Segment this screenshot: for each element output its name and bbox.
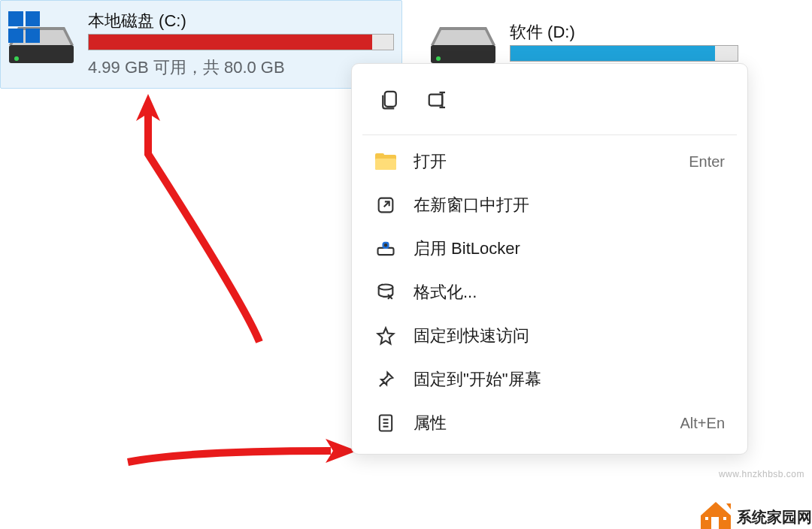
hdd-icon xyxy=(429,24,497,65)
menu-open[interactable]: 打开 Enter xyxy=(359,140,740,183)
menu-open-new-window[interactable]: 在新窗口中打开 xyxy=(359,183,740,227)
separator xyxy=(362,135,737,135)
properties-icon xyxy=(374,412,397,434)
drive-context-menu: 打开 Enter 在新窗口中打开 启用 BitLocker xyxy=(351,63,748,455)
svg-rect-26 xyxy=(711,517,719,529)
watermark-logo: 系统家园网 xyxy=(698,499,812,529)
svg-point-18 xyxy=(385,244,386,246)
drive-c-tile[interactable]: 本地磁盘 (C:) 4.99 GB 可用，共 80.0 GB xyxy=(0,0,402,89)
menu-pin-start[interactable]: 固定到"开始"屏幕 xyxy=(359,358,740,401)
svg-rect-0 xyxy=(9,45,74,63)
drive-d-usage-fill xyxy=(511,46,715,61)
menu-properties-shortcut: Alt+En xyxy=(680,415,725,432)
windows-logo-icon xyxy=(8,11,40,43)
drive-c-label: 本地磁盘 (C:) xyxy=(88,10,394,32)
watermark-url: www.hnzkhbsb.com xyxy=(719,469,804,479)
open-external-icon xyxy=(374,194,397,216)
copy-button[interactable] xyxy=(374,85,404,115)
drive-c-status: 4.99 GB 可用，共 80.0 GB xyxy=(88,56,394,79)
svg-marker-8 xyxy=(136,94,160,121)
svg-point-19 xyxy=(379,285,393,290)
menu-pin-start-label: 固定到"开始"屏幕 xyxy=(414,368,725,391)
menu-bitlocker[interactable]: 启用 BitLocker xyxy=(359,227,740,271)
svg-rect-10 xyxy=(385,92,396,107)
drive-c-usage-bar xyxy=(88,34,394,50)
svg-marker-29 xyxy=(726,503,731,509)
menu-pin-quick-access[interactable]: 固定到快速访问 xyxy=(359,314,740,358)
menu-properties[interactable]: 属性 Alt+En xyxy=(359,401,740,445)
svg-point-1 xyxy=(14,56,19,61)
menu-pin-quick-label: 固定到快速访问 xyxy=(414,325,725,347)
format-icon xyxy=(374,281,397,304)
pin-icon xyxy=(374,368,397,391)
svg-rect-4 xyxy=(431,45,495,63)
menu-open-shortcut: Enter xyxy=(689,153,725,171)
context-toolbar xyxy=(359,73,740,130)
svg-rect-11 xyxy=(429,95,443,106)
copy-icon xyxy=(378,89,401,111)
drive-c-icon xyxy=(5,8,77,80)
drive-d-usage-bar xyxy=(510,45,738,62)
svg-marker-20 xyxy=(378,328,394,344)
menu-new-window-label: 在新窗口中打开 xyxy=(414,194,725,216)
svg-rect-16 xyxy=(378,248,394,255)
rename-button[interactable] xyxy=(423,85,453,115)
svg-rect-28 xyxy=(723,517,726,520)
menu-open-label: 打开 xyxy=(414,150,672,173)
svg-point-5 xyxy=(436,56,441,61)
annotation-arrow-2 xyxy=(124,331,357,466)
rename-icon xyxy=(426,89,449,111)
svg-marker-7 xyxy=(434,30,492,45)
star-icon xyxy=(374,325,397,347)
watermark-brand-text: 系统家园网 xyxy=(737,507,812,529)
menu-format[interactable]: 格式化... xyxy=(359,271,740,314)
annotation-arrow-1 xyxy=(132,94,267,349)
drive-c-usage-fill xyxy=(89,35,372,50)
svg-rect-27 xyxy=(705,517,708,520)
menu-bitlocker-label: 启用 BitLocker xyxy=(414,237,725,260)
bitlocker-icon xyxy=(374,237,397,260)
house-icon xyxy=(698,499,734,529)
menu-format-label: 格式化... xyxy=(414,281,725,304)
menu-properties-label: 属性 xyxy=(414,412,664,434)
folder-open-icon xyxy=(374,150,397,173)
drive-d-label: 软件 (D:) xyxy=(510,21,738,44)
